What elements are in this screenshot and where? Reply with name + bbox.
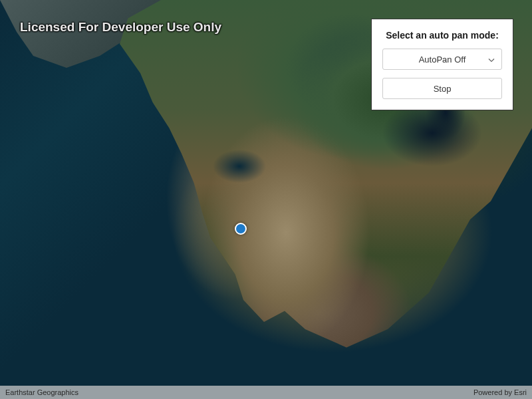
stop-button-label: Stop bbox=[434, 84, 452, 94]
panel-title: Select an auto pan mode: bbox=[382, 30, 502, 41]
attribution-bar: Earthstar Geographics Powered by Esri bbox=[0, 386, 532, 399]
attribution-provider: Powered by Esri bbox=[473, 388, 527, 396]
control-panel: Select an auto pan mode: AutoPan Off Sto… bbox=[371, 19, 513, 110]
attribution-source: Earthstar Geographics bbox=[5, 388, 78, 396]
dropdown-selected-value: AutoPan Off bbox=[419, 55, 466, 65]
stop-button[interactable]: Stop bbox=[382, 78, 502, 99]
map-container: Licensed For Developer Use Only Select a… bbox=[0, 0, 532, 399]
license-watermark: Licensed For Developer Use Only bbox=[20, 20, 221, 35]
autopan-mode-dropdown[interactable]: AutoPan Off bbox=[382, 49, 502, 70]
chevron-down-icon bbox=[488, 55, 495, 65]
location-marker[interactable] bbox=[235, 223, 247, 235]
